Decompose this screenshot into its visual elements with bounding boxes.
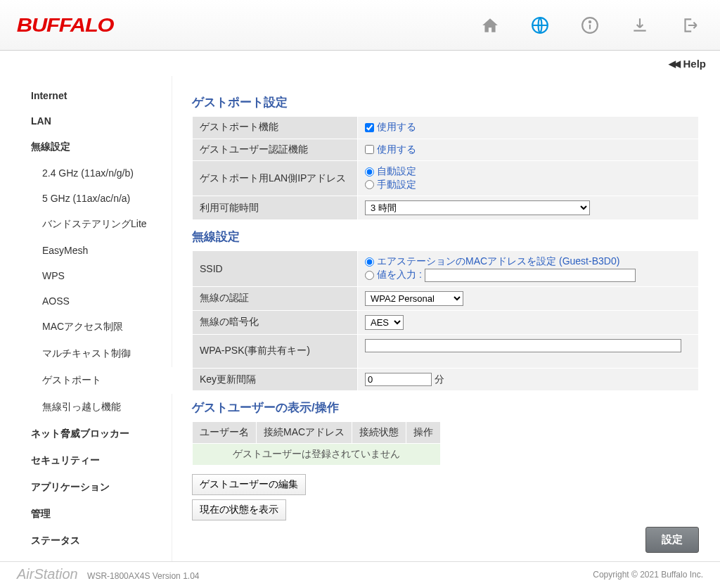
sidebar-item-aoss[interactable]: AOSS xyxy=(25,288,172,314)
enc-select[interactable]: AES xyxy=(365,315,404,330)
sidebar-item-application[interactable]: アプリケーション xyxy=(25,474,172,501)
sidebar-item-24ghz[interactable]: 2.4 GHz (11ax/n/g/b) xyxy=(25,160,172,186)
col-user: ユーザー名 xyxy=(193,422,257,444)
lan-ip-manual-wrap[interactable]: 手動設定 xyxy=(365,179,416,191)
lan-ip-auto-wrap[interactable]: 自動設定 xyxy=(365,165,416,178)
label-auth: 無線の認証 xyxy=(193,286,358,310)
home-icon[interactable] xyxy=(481,16,499,34)
svg-point-3 xyxy=(589,21,591,23)
help-label: Help xyxy=(683,58,706,70)
label-enc: 無線の暗号化 xyxy=(193,310,358,334)
logout-icon[interactable] xyxy=(681,16,699,34)
main-content: ゲストポート設定 ゲストポート機能 使用する ゲストユーザー認証機能 使用する xyxy=(172,76,720,561)
guestuser-auth-checkbox[interactable] xyxy=(365,145,374,154)
sidebar-item-netthreat[interactable]: ネット脅威ブロッカー xyxy=(25,421,172,447)
sidebar-item-wireless[interactable]: 無線設定 xyxy=(25,134,172,160)
sidebar-item-internet[interactable]: Internet xyxy=(25,83,172,108)
lan-ip-auto-radio[interactable] xyxy=(365,167,374,177)
label-guestport-enable: ゲストポート機能 xyxy=(193,117,358,139)
sidebar-item-easymesh[interactable]: EasyMesh xyxy=(25,238,172,263)
manual-label: 手動設定 xyxy=(377,179,416,191)
use-label: 使用する xyxy=(377,143,416,156)
col-state: 接続状態 xyxy=(352,422,406,444)
guestport-enable-checkbox[interactable] xyxy=(365,123,374,132)
sidebar-item-wps[interactable]: WPS xyxy=(25,263,172,288)
section-wireless-title: 無線設定 xyxy=(192,229,699,245)
ssid-input-radio[interactable] xyxy=(365,271,374,280)
brand-logo: BUFFALO xyxy=(17,14,114,37)
sidebar-item-security[interactable]: セキュリティー xyxy=(25,447,172,474)
auth-select[interactable]: WPA2 Personal xyxy=(365,291,463,306)
no-users-row: ゲストユーザーは登録されていません xyxy=(193,444,441,466)
download-icon[interactable] xyxy=(631,16,649,34)
ssid-mac-label: エアステーションのMACアドレスを設定 (Guest-B3D0) xyxy=(377,255,619,268)
label-guestuser-auth: ゲストユーザー認証機能 xyxy=(193,139,358,161)
rekey-input[interactable] xyxy=(365,373,432,386)
sidebar-item-macfilter[interactable]: MACアクセス制限 xyxy=(25,314,172,340)
guestport-enable-wrap[interactable]: 使用する xyxy=(365,121,416,134)
label-ssid: SSID xyxy=(193,251,358,287)
sidebar-item-multicast[interactable]: マルチキャスト制御 xyxy=(25,340,172,367)
copyright-text: Copyright © 2021 Buffalo Inc. xyxy=(593,570,703,580)
sidebar-item-status[interactable]: ステータス xyxy=(25,528,172,554)
sidebar-item-guestport[interactable]: ゲストポート xyxy=(25,367,172,394)
col-mac: 接続MACアドレス xyxy=(257,422,352,444)
label-lan-ip: ゲストポート用LAN側IPアドレス xyxy=(193,161,358,196)
sidebar-item-lan[interactable]: LAN xyxy=(25,108,172,134)
show-status-button[interactable]: 現在の状態を表示 xyxy=(192,499,286,520)
footer: AirStation WSR-1800AX4S Version 1.04 Cop… xyxy=(0,561,720,582)
minute-label: 分 xyxy=(435,373,444,385)
ssid-mac-radio[interactable] xyxy=(365,257,374,267)
help-bar[interactable]: ◀◀ Help xyxy=(0,51,720,76)
psk-input[interactable] xyxy=(365,339,681,352)
sidebar-item-moving[interactable]: 無線引っ越し機能 xyxy=(25,394,172,421)
guestuser-auth-wrap[interactable]: 使用する xyxy=(365,143,416,156)
guestport-table: ゲストポート機能 使用する ゲストユーザー認証機能 使用する xyxy=(192,116,699,220)
info-icon[interactable] xyxy=(581,16,599,34)
ssid-mac-wrap[interactable]: エアステーションのMACアドレスを設定 (Guest-B3D0) xyxy=(365,255,619,268)
label-rekey: Key更新間隔 xyxy=(193,369,358,391)
users-table: ユーザー名 接続MACアドレス 接続状態 操作 ゲストユーザーは登録されていませ… xyxy=(192,421,441,466)
ssid-input-wrap[interactable]: 値を入力 : xyxy=(365,269,636,282)
edit-users-button[interactable]: ゲストユーザーの編集 xyxy=(192,474,306,495)
label-psk: WPA-PSK(事前共有キー) xyxy=(193,334,358,369)
ssid-input-field[interactable] xyxy=(425,269,636,282)
apply-button[interactable]: 設定 xyxy=(645,527,699,553)
topbar-icons xyxy=(481,16,699,34)
avail-time-select[interactable]: 3 時間 xyxy=(365,200,590,215)
wireless-table: SSID エアステーションのMACアドレスを設定 (Guest-B3D0) 値を… xyxy=(192,250,699,391)
help-arrow-icon: ◀◀ xyxy=(669,58,679,69)
label-avail-time: 利用可能時間 xyxy=(193,196,358,220)
section-userops-title: ゲストユーザーの表示/操作 xyxy=(192,400,699,416)
sidebar-item-5ghz[interactable]: 5 GHz (11ax/ac/n/a) xyxy=(25,186,172,211)
topbar: BUFFALO xyxy=(0,0,720,51)
ssid-input-label: 値を入力 : xyxy=(377,269,422,281)
airstation-logo: AirStation xyxy=(17,566,78,582)
section-guestport-title: ゲストポート設定 xyxy=(192,94,699,110)
col-op: 操作 xyxy=(406,422,441,444)
auto-label: 自動設定 xyxy=(377,165,416,178)
sidebar: Internet LAN 無線設定 2.4 GHz (11ax/n/g/b) 5… xyxy=(0,76,172,561)
sidebar-item-admin[interactable]: 管理 xyxy=(25,501,172,528)
use-label: 使用する xyxy=(377,121,416,134)
lan-ip-manual-radio[interactable] xyxy=(365,180,374,189)
sidebar-item-bandsteering[interactable]: バンドステアリングLite xyxy=(25,211,172,238)
version-text: WSR-1800AX4S Version 1.04 xyxy=(87,571,199,581)
globe-icon[interactable] xyxy=(531,16,549,34)
